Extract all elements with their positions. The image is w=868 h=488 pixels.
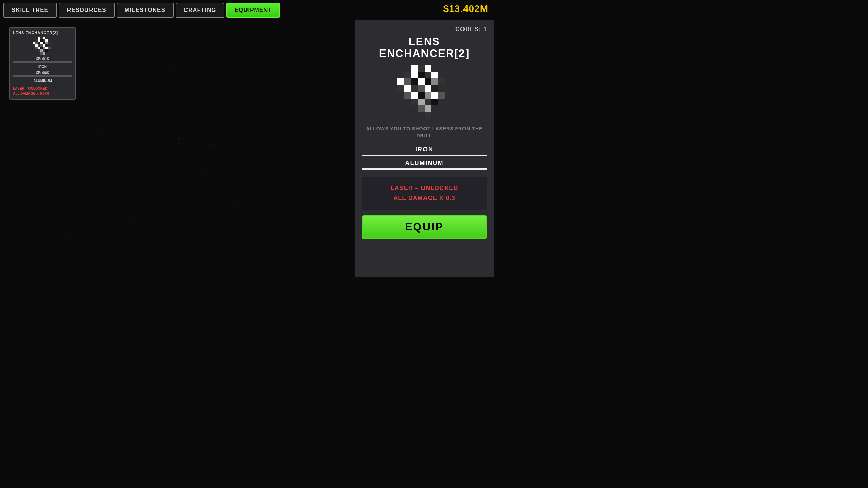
svg-rect-61 xyxy=(411,99,418,105)
progress-iron-small xyxy=(13,61,72,63)
svg-rect-3 xyxy=(35,39,38,42)
svg-rect-45 xyxy=(418,78,425,85)
svg-rect-62 xyxy=(418,99,425,105)
svg-rect-46 xyxy=(425,78,431,85)
detail-title: LENS ENCHANCER[2] xyxy=(362,36,487,59)
svg-rect-36 xyxy=(425,65,431,72)
detail-panel: CORES: 1 LENS ENCHANCER[2] xyxy=(355,20,494,277)
svg-rect-25 xyxy=(45,47,48,49)
card-xp-iron: XP: 0/1K xyxy=(13,57,72,61)
detail-progress-iron xyxy=(362,155,487,156)
detail-bonus-1: LASER = UNLOCKED xyxy=(367,185,481,192)
svg-rect-24 xyxy=(43,47,45,49)
svg-rect-11 xyxy=(40,42,43,44)
svg-rect-5 xyxy=(40,39,43,42)
svg-rect-43 xyxy=(404,78,411,85)
svg-rect-67 xyxy=(425,112,431,119)
svg-rect-41 xyxy=(431,72,438,78)
svg-rect-37 xyxy=(404,72,411,78)
svg-rect-7 xyxy=(45,39,48,42)
svg-rect-20 xyxy=(45,44,48,47)
svg-rect-56 xyxy=(411,92,418,99)
svg-rect-50 xyxy=(404,85,411,92)
detail-description: ALLOWS YOU TO SHOOT LASERS FROM THE DRIL… xyxy=(362,126,487,139)
detail-bonus-2: ALL DAMAGE X 0.3 xyxy=(367,195,481,202)
svg-rect-9 xyxy=(35,42,38,44)
svg-rect-13 xyxy=(45,42,48,44)
svg-rect-6 xyxy=(43,39,45,42)
svg-rect-33 xyxy=(43,55,45,57)
money-display: $13.402M xyxy=(443,3,488,14)
svg-rect-52 xyxy=(418,85,425,92)
svg-rect-39 xyxy=(418,72,425,78)
svg-rect-18 xyxy=(40,44,43,47)
tab-skill-tree[interactable]: SKILL TREE xyxy=(3,3,57,18)
nav-bar: SKILL TREE RESOURCES MILESTONES CRAFTING… xyxy=(0,0,494,20)
detail-bonus-container: LASER = UNLOCKED ALL DAMAGE X 0.3 xyxy=(362,177,487,210)
svg-rect-14 xyxy=(48,42,51,44)
svg-rect-30 xyxy=(45,49,48,52)
equipment-card[interactable]: LENS ENCHANCER[2] xyxy=(9,27,76,100)
svg-rect-44 xyxy=(411,78,418,85)
svg-rect-53 xyxy=(425,85,431,92)
svg-rect-60 xyxy=(438,92,445,99)
svg-rect-58 xyxy=(425,92,431,99)
card-bonuses: LASER = UNLOCKED ALL DAMAGE X %34.6 xyxy=(13,86,72,96)
svg-rect-1 xyxy=(40,37,43,39)
card-icon-small xyxy=(33,37,53,57)
svg-rect-2 xyxy=(43,37,45,39)
svg-rect-29 xyxy=(43,49,45,52)
svg-rect-22 xyxy=(38,47,40,49)
svg-rect-63 xyxy=(425,99,431,105)
detail-resource-aluminum-label: ALUMINUM xyxy=(362,160,487,167)
tab-milestones[interactable]: MILESTONES xyxy=(117,3,174,18)
svg-rect-38 xyxy=(411,72,418,78)
card-resource-aluminum: ALUMINUM xyxy=(13,79,72,83)
svg-rect-17 xyxy=(38,44,40,47)
svg-rect-49 xyxy=(397,85,404,92)
svg-rect-47 xyxy=(431,78,438,85)
svg-rect-66 xyxy=(425,105,431,112)
svg-rect-0 xyxy=(38,37,40,39)
crosshair: + xyxy=(177,135,180,141)
svg-rect-34 xyxy=(411,65,418,72)
svg-rect-8 xyxy=(33,42,35,44)
svg-rect-28 xyxy=(40,49,43,52)
svg-rect-31 xyxy=(40,52,43,55)
card-bonus-2: ALL DAMAGE X %34.6 xyxy=(13,92,72,95)
svg-rect-12 xyxy=(43,42,45,44)
svg-rect-57 xyxy=(418,92,425,99)
detail-icon-large xyxy=(397,65,452,119)
svg-rect-35 xyxy=(418,65,425,72)
card-bonus-1: LASER = UNLOCKED xyxy=(13,87,72,90)
progress-aluminum-small xyxy=(13,75,72,77)
svg-rect-15 xyxy=(33,44,35,47)
svg-rect-21 xyxy=(35,47,38,49)
svg-rect-4 xyxy=(38,39,40,42)
detail-resource-iron: IRON xyxy=(362,146,487,156)
svg-rect-42 xyxy=(397,78,404,85)
detail-progress-aluminum xyxy=(362,168,487,170)
svg-rect-26 xyxy=(48,47,51,49)
tab-equipment[interactable]: EQUIPMENT xyxy=(226,3,280,18)
equip-button[interactable]: EQUIP xyxy=(362,215,487,239)
cores-label: CORES: 1 xyxy=(455,26,487,33)
tab-resources[interactable]: RESOURCES xyxy=(59,3,115,18)
svg-rect-32 xyxy=(43,52,45,55)
card-xp-aluminum: XP: 0/6K xyxy=(13,71,72,75)
card-resource-iron: IRON xyxy=(13,65,72,69)
svg-rect-51 xyxy=(411,85,418,92)
svg-rect-59 xyxy=(431,92,438,99)
svg-rect-65 xyxy=(418,105,425,112)
svg-rect-27 xyxy=(38,49,40,52)
svg-rect-19 xyxy=(43,44,45,47)
svg-rect-16 xyxy=(35,44,38,47)
tab-crafting[interactable]: CRAFTING xyxy=(176,3,224,18)
detail-resource-iron-label: IRON xyxy=(362,146,487,153)
svg-rect-10 xyxy=(38,42,40,44)
svg-rect-55 xyxy=(404,92,411,99)
detail-resource-aluminum: ALUMINUM xyxy=(362,160,487,170)
svg-rect-48 xyxy=(438,78,445,85)
card-title: LENS ENCHANCER[2] xyxy=(13,30,72,35)
svg-rect-23 xyxy=(40,47,43,49)
